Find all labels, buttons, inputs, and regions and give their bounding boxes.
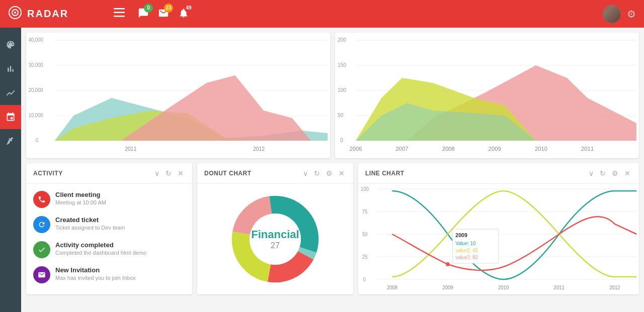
line-chart-area: 100 75 50 25 0 2008 2009 2010 2011 2012: [358, 184, 639, 294]
svg-rect-3: [114, 8, 125, 10]
line-chart-collapse-icon[interactable]: ∨: [587, 168, 595, 178]
line-chart-refresh-icon[interactable]: ↻: [598, 168, 607, 178]
chat-icon-wrap[interactable]: 0: [138, 8, 149, 21]
settings-icon[interactable]: ⚙: [627, 8, 636, 20]
svg-text:0: 0: [363, 277, 366, 282]
svg-text:50: 50: [338, 113, 344, 118]
activity-icon-envelope: [33, 266, 50, 283]
activity-title-created-ticket: Created ticket: [55, 216, 125, 224]
hamburger-icon[interactable]: [106, 8, 133, 20]
line-chart-widget: LINE CHART ∨ ↻ ⚙ ✕ 100 75 50: [358, 163, 639, 294]
left-area-chart: 40,000 30,000 20,000 10,000 0: [26, 33, 330, 158]
activity-sub-client-meeting: Meeting at 10:00 AM: [55, 199, 106, 205]
donut-svg: [225, 189, 326, 289]
activity-item-completed: Activity completed Completed the dashboa…: [26, 237, 192, 262]
svg-text:0: 0: [340, 138, 343, 143]
svg-rect-4: [114, 12, 125, 14]
donut-chart-area: Financial 27: [197, 184, 353, 294]
sidebar-item-areachart[interactable]: [0, 105, 21, 129]
activity-item-invitation: New Invitation Max has invited you to jo…: [26, 262, 192, 287]
activity-text-client-meeting: Client meeting Meeting at 10:00 AM: [55, 191, 106, 205]
activity-widget-header: ACTIVITY ∨ ↻ ✕: [26, 163, 192, 184]
line-chart-header: LINE CHART ∨ ↻ ⚙ ✕: [358, 163, 639, 184]
svg-text:2008: 2008: [387, 285, 398, 290]
header-right: ⚙: [603, 5, 644, 23]
donut-widget: DONUT CHART ∨ ↻ ⚙ ✕: [197, 163, 353, 294]
header: RADAR 0 23 49 ⚙: [0, 0, 644, 28]
activity-close-icon[interactable]: ✕: [176, 168, 185, 178]
sidebar: [0, 28, 21, 299]
svg-point-55: [446, 262, 450, 266]
line-chart-gear-icon[interactable]: ⚙: [610, 168, 620, 178]
svg-text:100: 100: [361, 186, 369, 192]
donut-refresh-icon[interactable]: ↻: [312, 168, 321, 178]
donut-close-icon[interactable]: ✕: [337, 168, 346, 178]
activity-text-completed: Activity completed Completed the dashboa…: [55, 241, 146, 256]
activity-collapse-icon[interactable]: ∨: [153, 168, 161, 178]
activity-title-completed: Activity completed: [55, 241, 146, 249]
sidebar-item-palette[interactable]: [0, 33, 21, 57]
activity-icon-check: [33, 241, 50, 258]
svg-text:value3: 80: value3: 80: [455, 255, 478, 260]
bell-icon-wrap[interactable]: 49: [178, 8, 189, 21]
svg-text:100: 100: [338, 87, 346, 93]
logo-icon: [8, 6, 22, 23]
sidebar-item-wrench[interactable]: [0, 129, 21, 153]
donut-collapse-icon[interactable]: ∨: [301, 168, 309, 178]
svg-text:2009: 2009: [489, 146, 501, 152]
donut-title: DONUT CHART: [204, 170, 298, 177]
activity-item-client-meeting: Client meeting Meeting at 10:00 AM: [26, 187, 192, 212]
svg-text:2010: 2010: [535, 146, 547, 152]
svg-text:2008: 2008: [442, 146, 455, 152]
activity-item-created-ticket: Created ticket Ticket assigned to Dev te…: [26, 212, 192, 237]
header-icons: 0 23 49: [138, 8, 189, 21]
svg-text:50: 50: [362, 232, 368, 237]
activity-title: ACTIVITY: [33, 170, 150, 177]
svg-text:2009: 2009: [442, 285, 453, 290]
activity-icon-refresh: [33, 216, 50, 233]
right-area-chart-card: 200 150 100 50 0: [335, 33, 639, 158]
svg-rect-5: [114, 16, 125, 17]
activity-icon-phone: [33, 191, 50, 208]
svg-text:10,000: 10,000: [29, 113, 43, 118]
svg-text:Value: 10: Value: 10: [455, 241, 475, 246]
svg-text:30,000: 30,000: [29, 62, 43, 68]
mail-icon-wrap[interactable]: 23: [158, 8, 169, 21]
activity-sub-invitation: Max has invited you to join Inbox: [55, 275, 136, 281]
logo-area: RADAR: [0, 6, 106, 23]
svg-text:2007: 2007: [396, 146, 409, 152]
svg-text:0: 0: [36, 138, 39, 143]
line-chart-title: LINE CHART: [365, 170, 584, 177]
line-chart-close-icon[interactable]: ✕: [623, 168, 632, 178]
svg-text:2009: 2009: [455, 232, 467, 238]
main-content: 40,000 30,000 20,000 10,000 0: [21, 28, 644, 299]
avatar[interactable]: [603, 5, 621, 23]
left-area-chart-card: 40,000 30,000 20,000 10,000 0: [26, 33, 330, 158]
svg-text:2011: 2011: [581, 146, 594, 152]
svg-text:40,000: 40,000: [29, 37, 43, 43]
donut-gear-icon[interactable]: ⚙: [325, 168, 334, 178]
svg-text:75: 75: [362, 209, 368, 215]
bell-badge: 49: [184, 4, 193, 13]
activity-text-invitation: New Invitation Max has invited you to jo…: [55, 266, 136, 281]
activity-title-client-meeting: Client meeting: [55, 191, 106, 198]
right-area-chart: 200 150 100 50 0: [335, 33, 639, 158]
svg-text:2012: 2012: [253, 146, 265, 152]
activity-list: Client meeting Meeting at 10:00 AM Creat…: [26, 184, 192, 290]
sidebar-item-linechart[interactable]: [0, 81, 21, 105]
activity-refresh-icon[interactable]: ↻: [164, 168, 173, 178]
activity-sub-created-ticket: Ticket assigned to Dev team: [55, 225, 125, 231]
sidebar-item-barchart[interactable]: [0, 57, 21, 81]
activity-title-invitation: New Invitation: [55, 266, 136, 274]
svg-text:150: 150: [338, 62, 346, 68]
chat-badge: 0: [144, 4, 153, 13]
bottom-widgets-row: ACTIVITY ∨ ↻ ✕ Client meeting Meeting at…: [26, 163, 639, 294]
logo-text: RADAR: [27, 8, 68, 20]
svg-text:2012: 2012: [609, 285, 620, 290]
mail-badge: 23: [164, 4, 173, 13]
svg-text:2010: 2010: [498, 285, 509, 290]
svg-text:2011: 2011: [125, 146, 136, 152]
svg-text:value2: 40: value2: 40: [455, 248, 478, 253]
svg-text:2011: 2011: [554, 285, 565, 290]
activity-sub-completed: Completed the dashboard html demo: [55, 250, 146, 256]
